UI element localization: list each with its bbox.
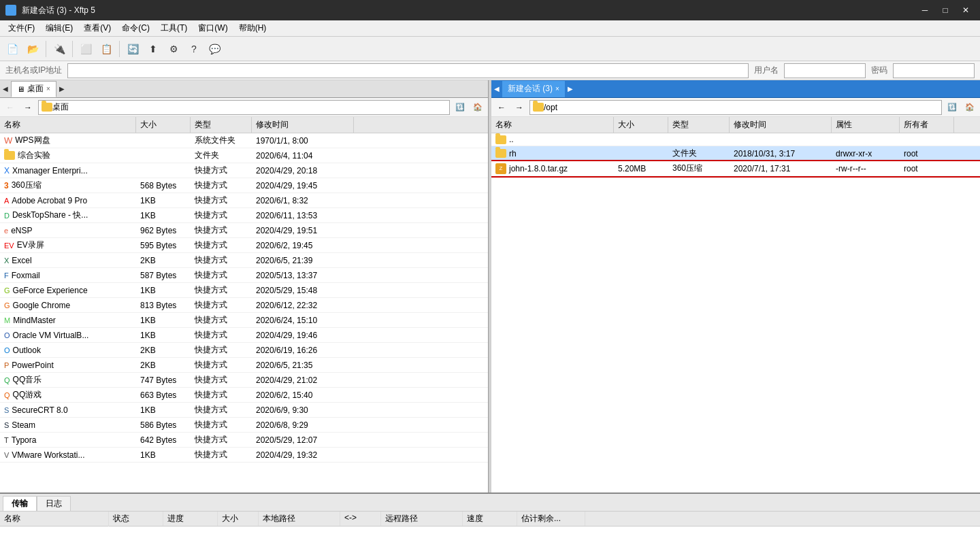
right-back-btn[interactable]: ← (494, 100, 509, 115)
list-item[interactable]: 3360压缩 568 Bytes 快捷方式 2020/4/29, 19:45 (0, 178, 488, 193)
list-item[interactable]: AAdobe Acrobat 9 Pro 1KB 快捷方式 2020/6/1, … (0, 193, 488, 208)
main-area: ◀ 🖥 桌面 × ▶ ← → 桌面 🔃 🏠 名称 大小 类型 修改时间 (0, 80, 980, 492)
toolbar-refresh[interactable]: 🔄 (123, 39, 142, 59)
toolbar-info[interactable]: 💬 (205, 39, 224, 59)
menu-edit[interactable]: 编辑(E) (40, 21, 78, 35)
list-item[interactable]: QQQ游戏 663 Bytes 快捷方式 2020/6/2, 15:40 (0, 388, 488, 403)
address-input[interactable] (67, 63, 749, 78)
toolbar-help[interactable]: ? (184, 39, 203, 59)
left-col-name[interactable]: 名称 (0, 117, 136, 133)
toolbar-paste[interactable]: 📋 (97, 39, 116, 59)
list-item[interactable]: GGeForce Experience 1KB 快捷方式 2020/5/29, … (0, 283, 488, 298)
minimize-button[interactable]: ─ (916, 3, 934, 17)
left-forward-btn[interactable]: → (20, 100, 35, 115)
left-back-btn[interactable]: ← (3, 100, 18, 115)
transfer-col-local[interactable]: 本地路径 (259, 512, 340, 526)
toolbar-new[interactable]: 📄 (3, 39, 22, 59)
right-col-size[interactable]: 大小 (614, 117, 668, 133)
left-tab-close[interactable]: × (46, 85, 50, 93)
menu-command[interactable]: 命令(C) (116, 21, 155, 35)
transfer-col-size[interactable]: 大小 (218, 512, 259, 526)
list-item[interactable]: FFoxmail 587 Bytes 快捷方式 2020/5/13, 13:37 (0, 268, 488, 283)
list-item[interactable]: TTypora 642 Bytes 快捷方式 2020/5/29, 12:07 (0, 433, 488, 448)
list-item[interactable]: .. (491, 133, 980, 146)
menu-tools[interactable]: 工具(T) (155, 21, 193, 35)
list-item[interactable]: eeNSP 962 Bytes 快捷方式 2020/4/29, 19:51 (0, 223, 488, 238)
list-item[interactable]: rh 文件夹 2018/10/31, 3:17 drwxr-xr-x root (491, 146, 980, 161)
right-tab-session[interactable]: 新建会话 (3) × (502, 81, 565, 97)
right-tab-prev[interactable]: ◀ (491, 82, 502, 96)
file-modified: 1970/1/1, 8:00 (252, 133, 354, 148)
toolbar-connect[interactable]: 🔌 (50, 39, 69, 59)
list-item[interactable]: GGoogle Chrome 813 Bytes 快捷方式 2020/6/12,… (0, 298, 488, 313)
tab-transfer[interactable]: 传输 (3, 496, 37, 511)
toolbar-settings[interactable]: ⚙ (164, 39, 183, 59)
left-col-modified[interactable]: 修改时间 (252, 117, 354, 133)
transfer-col-status[interactable]: 状态 (109, 512, 163, 526)
list-item[interactable]: SSecureCRT 8.0 1KB 快捷方式 2020/6/9, 9:30 (0, 403, 488, 418)
file-type: 快捷方式 (191, 193, 252, 207)
username-input[interactable] (784, 63, 866, 78)
right-col-modified[interactable]: 修改时间 (730, 117, 832, 133)
transfer-col-progress[interactable]: 进度 (163, 512, 218, 526)
list-item[interactable]: MMindMaster 1KB 快捷方式 2020/6/24, 15:10 (0, 313, 488, 328)
file-type: 快捷方式 (191, 298, 252, 312)
right-tab-next[interactable]: ▶ (565, 82, 576, 96)
password-input[interactable] (893, 63, 975, 78)
file-size: 586 Bytes (136, 418, 191, 432)
list-item[interactable]: DDeskTopShare - 快... 1KB 快捷方式 2020/6/11,… (0, 208, 488, 223)
transfer-col-speed[interactable]: 速度 (463, 512, 517, 526)
transfer-col-remote[interactable]: 远程路径 (381, 512, 463, 526)
right-col-owner[interactable]: 所有者 (900, 117, 954, 133)
menu-view[interactable]: 查看(V) (78, 21, 116, 35)
app-icon: T (4, 436, 9, 444)
list-item[interactable]: Zjohn-1.8.0.tar.gz 5.20MB 360压缩 2020/7/1… (491, 161, 980, 176)
maximize-button[interactable]: □ (936, 3, 954, 17)
list-item[interactable]: 综合实验 文件夹 2020/6/4, 11:04 (0, 148, 488, 163)
list-item[interactable]: PPowerPoint 2KB 快捷方式 2020/6/5, 21:35 (0, 358, 488, 373)
right-col-name[interactable]: 名称 (491, 117, 614, 133)
file-size: 1KB (136, 193, 191, 207)
left-col-size[interactable]: 大小 (136, 117, 191, 133)
tab-log[interactable]: 日志 (37, 496, 71, 511)
right-col-attr[interactable]: 属性 (832, 117, 900, 133)
file-modified: 2020/4/29, 19:45 (252, 178, 354, 193)
toolbar-copy[interactable]: ⬜ (76, 39, 95, 59)
transfer-col-name[interactable]: 名称 (0, 512, 109, 526)
list-item[interactable]: OOutlook 2KB 快捷方式 2020/6/19, 16:26 (0, 343, 488, 358)
left-tab-next[interactable]: ▶ (56, 82, 67, 96)
file-name: .. (491, 133, 614, 146)
left-tab-desktop[interactable]: 🖥 桌面 × (11, 81, 56, 97)
transfer-col-remaining[interactable]: 估计剩余... (517, 512, 585, 526)
title-text: 新建会话 (3) - Xftp 5 (22, 5, 95, 16)
left-home-btn[interactable]: 🏠 (470, 100, 485, 115)
list-item[interactable]: XXmanager Enterpri... 快捷方式 2020/4/29, 20… (0, 163, 488, 178)
left-refresh-btn[interactable]: 🔃 (453, 100, 468, 115)
list-item[interactable]: EVEV录屏 595 Bytes 快捷方式 2020/6/2, 19:45 (0, 238, 488, 253)
close-button[interactable]: ✕ (957, 3, 975, 17)
file-type: 快捷方式 (191, 403, 252, 417)
list-item[interactable]: QQQ音乐 747 Bytes 快捷方式 2020/4/29, 21:02 (0, 373, 488, 388)
file-modified: 2020/6/11, 13:53 (252, 208, 354, 222)
left-tab-icon: 🖥 (17, 85, 24, 93)
menu-file[interactable]: 文件(F) (3, 21, 40, 35)
toolbar-upload[interactable]: ⬆ (144, 39, 163, 59)
right-forward-btn[interactable]: → (512, 100, 527, 115)
menu-help[interactable]: 帮助(H) (233, 21, 272, 35)
right-file-list-header: 名称 大小 类型 修改时间 属性 所有者 (491, 117, 980, 133)
list-item[interactable]: XExcel 2KB 快捷方式 2020/6/5, 21:39 (0, 253, 488, 268)
file-type: 快捷方式 (191, 433, 252, 447)
app-icon (5, 5, 16, 16)
toolbar-open[interactable]: 📂 (23, 39, 42, 59)
list-item[interactable]: VVMware Workstati... 1KB 快捷方式 2020/4/29,… (0, 448, 488, 463)
left-tab-prev[interactable]: ◀ (0, 82, 11, 96)
list-item[interactable]: WWPS网盘 系统文件夹 1970/1/1, 8:00 (0, 133, 488, 148)
right-tab-close[interactable]: × (555, 85, 559, 93)
right-col-type[interactable]: 类型 (668, 117, 730, 133)
right-refresh-btn[interactable]: 🔃 (945, 100, 960, 115)
list-item[interactable]: SSteam 586 Bytes 快捷方式 2020/6/8, 9:29 (0, 418, 488, 433)
list-item[interactable]: OOracle VM VirtualB... 1KB 快捷方式 2020/4/2… (0, 328, 488, 343)
left-col-type[interactable]: 类型 (191, 117, 252, 133)
right-home-btn[interactable]: 🏠 (962, 100, 977, 115)
menu-window[interactable]: 窗口(W) (193, 21, 233, 35)
